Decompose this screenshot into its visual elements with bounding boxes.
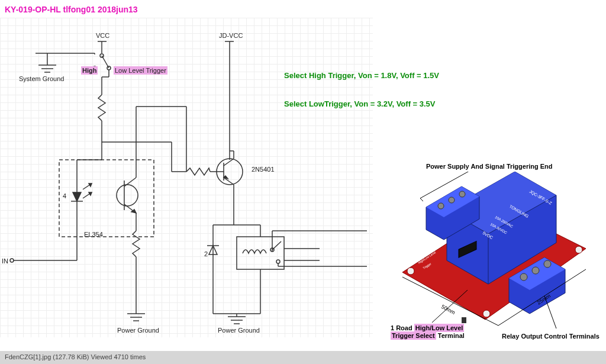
- trigger-select-label: 1 Road High/Low Level Trigger Select Ter…: [391, 324, 465, 340]
- high-label: High: [81, 66, 98, 75]
- svg-rect-15: [59, 160, 154, 237]
- vcc-label: VCC: [96, 32, 109, 39]
- relay-output-label: Relay Output Control Terminals: [502, 333, 599, 340]
- svg-marker-17: [73, 192, 81, 201]
- svg-point-92: [520, 273, 527, 281]
- low-trigger-spec: Select LowTrigger, Von = 3.2V, Voff = 3.…: [284, 99, 436, 108]
- page-title: KY-019-OP-HL tlfong01 2018jun13: [5, 5, 138, 14]
- svg-point-78: [575, 246, 582, 253]
- svg-marker-22: [89, 192, 92, 195]
- svg-point-88: [449, 197, 454, 203]
- in-label: IN: [2, 257, 8, 265]
- power-ground-1-label: Power Ground: [117, 327, 159, 334]
- transistor-label: 2N5401: [252, 166, 275, 173]
- power-ground-2-label: Power Ground: [218, 327, 260, 334]
- schematic-svg: [0, 18, 373, 337]
- svg-point-76: [407, 268, 414, 275]
- system-ground-label: System Ground: [19, 75, 64, 82]
- svg-point-33: [10, 259, 14, 262]
- trigger-select-line2-hl: Trigger Select: [391, 331, 436, 340]
- svg-point-62: [276, 260, 280, 263]
- trigger-select-line2: Terminal: [436, 332, 465, 339]
- trigger-select-hl: High/Low Level: [414, 324, 465, 332]
- low-trigger-label: Low Level Trigger: [114, 66, 167, 75]
- svg-point-94: [544, 260, 551, 268]
- jdvcc-label: JD-VCC: [219, 32, 243, 39]
- svg-point-24: [117, 185, 138, 206]
- svg-point-87: [438, 203, 444, 209]
- svg-point-79: [483, 310, 490, 317]
- svg-marker-20: [89, 183, 92, 186]
- svg-point-89: [459, 191, 465, 197]
- schematic-grid: VCC JD-VCC System Ground IN EL354 4 2N54…: [0, 18, 373, 337]
- trigger-select-line1: 1 Road: [391, 324, 414, 331]
- svg-line-5: [102, 56, 109, 68]
- opto-pin4-label: 4: [63, 192, 66, 199]
- dim-50mm: 50mm: [440, 304, 456, 315]
- high-trigger-spec: Select High Trigger, Von = 1.8V, Voff = …: [284, 71, 439, 80]
- footer-bar: FdenCZG[1].jpg (127.78 KiB) Viewed 4710 …: [0, 351, 606, 364]
- diode-pin2-label: 2: [204, 250, 208, 257]
- svg-point-93: [532, 267, 539, 274]
- opto-part-label: EL354: [84, 231, 103, 238]
- footer-text: FdenCZG[1].jpg (127.78 KiB) Viewed 4710 …: [5, 353, 146, 360]
- relay-module-svg: TONGLING 10A 250VAC 10A 30VDC 5VDC JQC-3…: [391, 172, 592, 337]
- svg-line-63: [272, 241, 281, 250]
- power-supply-label: Power Supply And Signal Triggering End: [426, 163, 553, 170]
- svg-rect-96: [462, 317, 466, 323]
- relay-module-illustration: TONGLING 10A 250VAC 10A 30VDC 5VDC JQC-3…: [391, 172, 592, 337]
